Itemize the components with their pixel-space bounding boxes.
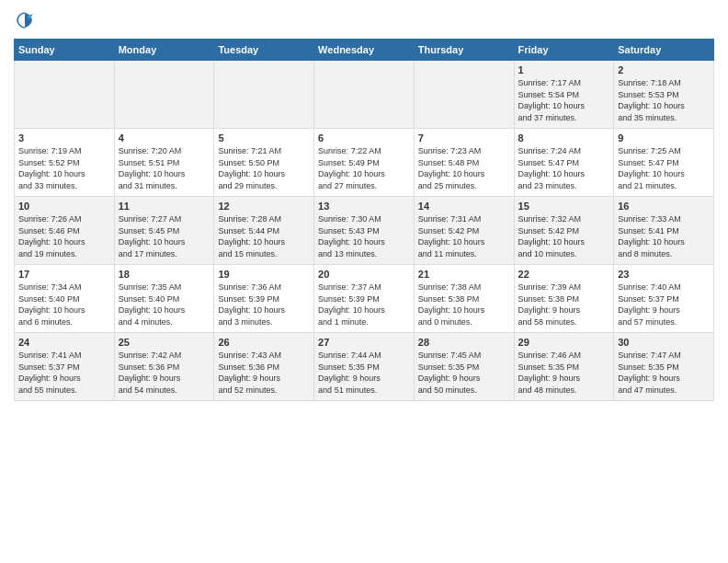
- day-info: Sunrise: 7:33 AM Sunset: 5:41 PM Dayligh…: [618, 213, 710, 259]
- calendar-cell: 2Sunrise: 7:18 AM Sunset: 5:53 PM Daylig…: [614, 61, 714, 129]
- header-day-friday: Friday: [514, 40, 614, 61]
- day-info: Sunrise: 7:23 AM Sunset: 5:48 PM Dayligh…: [418, 145, 510, 191]
- day-info: Sunrise: 7:21 AM Sunset: 5:50 PM Dayligh…: [218, 145, 310, 191]
- day-number: 4: [119, 132, 210, 144]
- calendar-cell: 8Sunrise: 7:24 AM Sunset: 5:47 PM Daylig…: [514, 129, 614, 197]
- day-number: 3: [18, 132, 110, 144]
- day-info: Sunrise: 7:17 AM Sunset: 5:54 PM Dayligh…: [518, 77, 610, 123]
- calendar-cell: 12Sunrise: 7:28 AM Sunset: 5:44 PM Dayli…: [214, 197, 314, 265]
- day-info: Sunrise: 7:24 AM Sunset: 5:47 PM Dayligh…: [518, 145, 610, 191]
- calendar-cell: 9Sunrise: 7:25 AM Sunset: 5:47 PM Daylig…: [614, 129, 714, 197]
- calendar-cell: 20Sunrise: 7:37 AM Sunset: 5:39 PM Dayli…: [314, 265, 415, 333]
- calendar-cell: [314, 61, 415, 129]
- day-info: Sunrise: 7:46 AM Sunset: 5:35 PM Dayligh…: [518, 350, 610, 396]
- day-number: 10: [18, 201, 110, 212]
- calendar-cell: 27Sunrise: 7:44 AM Sunset: 5:35 PM Dayli…: [314, 333, 415, 401]
- day-number: 7: [418, 132, 510, 144]
- day-info: Sunrise: 7:47 AM Sunset: 5:35 PM Dayligh…: [618, 350, 710, 396]
- day-info: Sunrise: 7:38 AM Sunset: 5:38 PM Dayligh…: [418, 282, 510, 327]
- day-number: 11: [119, 201, 210, 212]
- day-info: Sunrise: 7:44 AM Sunset: 5:35 PM Dayligh…: [318, 350, 410, 396]
- header-day-saturday: Saturday: [614, 40, 714, 61]
- calendar-week-row: 3Sunrise: 7:19 AM Sunset: 5:52 PM Daylig…: [15, 129, 714, 197]
- day-number: 29: [518, 337, 610, 348]
- day-number: 30: [618, 337, 710, 348]
- calendar-cell: 25Sunrise: 7:42 AM Sunset: 5:36 PM Dayli…: [114, 333, 214, 401]
- day-info: Sunrise: 7:32 AM Sunset: 5:42 PM Dayligh…: [518, 213, 610, 259]
- calendar-cell: 4Sunrise: 7:20 AM Sunset: 5:51 PM Daylig…: [114, 129, 214, 197]
- day-info: Sunrise: 7:34 AM Sunset: 5:40 PM Dayligh…: [18, 282, 110, 327]
- day-info: Sunrise: 7:40 AM Sunset: 5:37 PM Dayligh…: [618, 282, 710, 327]
- calendar-cell: [114, 61, 214, 129]
- calendar-cell: 29Sunrise: 7:46 AM Sunset: 5:35 PM Dayli…: [514, 333, 614, 401]
- day-info: Sunrise: 7:45 AM Sunset: 5:35 PM Dayligh…: [418, 350, 510, 396]
- day-info: Sunrise: 7:37 AM Sunset: 5:39 PM Dayligh…: [318, 282, 410, 327]
- day-info: Sunrise: 7:25 AM Sunset: 5:47 PM Dayligh…: [618, 145, 710, 191]
- calendar-week-row: 1Sunrise: 7:17 AM Sunset: 5:54 PM Daylig…: [15, 61, 714, 129]
- day-number: 5: [218, 132, 310, 144]
- calendar-week-row: 24Sunrise: 7:41 AM Sunset: 5:37 PM Dayli…: [15, 333, 714, 401]
- day-number: 22: [518, 269, 610, 280]
- day-number: 17: [18, 269, 110, 280]
- calendar-cell: 30Sunrise: 7:47 AM Sunset: 5:35 PM Dayli…: [614, 333, 714, 401]
- day-number: 15: [518, 201, 610, 212]
- calendar-cell: 23Sunrise: 7:40 AM Sunset: 5:37 PM Dayli…: [614, 265, 714, 333]
- calendar-cell: 14Sunrise: 7:31 AM Sunset: 5:42 PM Dayli…: [414, 197, 514, 265]
- calendar-cell: 11Sunrise: 7:27 AM Sunset: 5:45 PM Dayli…: [114, 197, 214, 265]
- calendar-header-row: SundayMondayTuesdayWednesdayThursdayFrid…: [15, 40, 714, 61]
- day-number: 28: [418, 337, 510, 348]
- day-number: 13: [318, 201, 410, 212]
- calendar-week-row: 10Sunrise: 7:26 AM Sunset: 5:46 PM Dayli…: [15, 197, 714, 265]
- day-info: Sunrise: 7:36 AM Sunset: 5:39 PM Dayligh…: [218, 282, 310, 327]
- logo-icon: [14, 9, 36, 31]
- day-number: 14: [418, 201, 510, 212]
- header-day-thursday: Thursday: [414, 40, 514, 61]
- day-info: Sunrise: 7:30 AM Sunset: 5:43 PM Dayligh…: [318, 213, 410, 259]
- calendar-cell: 1Sunrise: 7:17 AM Sunset: 5:54 PM Daylig…: [514, 61, 614, 129]
- day-info: Sunrise: 7:39 AM Sunset: 5:38 PM Dayligh…: [518, 282, 610, 327]
- header: [14, 9, 714, 31]
- calendar-week-row: 17Sunrise: 7:34 AM Sunset: 5:40 PM Dayli…: [15, 265, 714, 333]
- calendar-cell: 24Sunrise: 7:41 AM Sunset: 5:37 PM Dayli…: [15, 333, 115, 401]
- calendar-cell: 22Sunrise: 7:39 AM Sunset: 5:38 PM Dayli…: [514, 265, 614, 333]
- day-number: 21: [418, 269, 510, 280]
- calendar-cell: 7Sunrise: 7:23 AM Sunset: 5:48 PM Daylig…: [414, 129, 514, 197]
- calendar-cell: 18Sunrise: 7:35 AM Sunset: 5:40 PM Dayli…: [114, 265, 214, 333]
- header-day-sunday: Sunday: [15, 40, 115, 61]
- calendar-table: SundayMondayTuesdayWednesdayThursdayFrid…: [14, 39, 714, 401]
- day-info: Sunrise: 7:18 AM Sunset: 5:53 PM Dayligh…: [618, 77, 710, 123]
- day-info: Sunrise: 7:42 AM Sunset: 5:36 PM Dayligh…: [119, 350, 210, 396]
- day-number: 6: [318, 132, 410, 144]
- day-number: 8: [518, 132, 610, 144]
- calendar-cell: 5Sunrise: 7:21 AM Sunset: 5:50 PM Daylig…: [214, 129, 314, 197]
- calendar-cell: 17Sunrise: 7:34 AM Sunset: 5:40 PM Dayli…: [15, 265, 115, 333]
- day-number: 25: [119, 337, 210, 348]
- day-info: Sunrise: 7:41 AM Sunset: 5:37 PM Dayligh…: [18, 350, 110, 396]
- day-number: 12: [218, 201, 310, 212]
- calendar-cell: 26Sunrise: 7:43 AM Sunset: 5:36 PM Dayli…: [214, 333, 314, 401]
- calendar-cell: 3Sunrise: 7:19 AM Sunset: 5:52 PM Daylig…: [15, 129, 115, 197]
- calendar-cell: [414, 61, 514, 129]
- calendar-cell: 15Sunrise: 7:32 AM Sunset: 5:42 PM Dayli…: [514, 197, 614, 265]
- day-number: 19: [218, 269, 310, 280]
- day-number: 16: [618, 201, 710, 212]
- header-day-wednesday: Wednesday: [314, 40, 415, 61]
- day-number: 1: [518, 64, 610, 75]
- day-info: Sunrise: 7:26 AM Sunset: 5:46 PM Dayligh…: [18, 213, 110, 259]
- calendar-cell: 21Sunrise: 7:38 AM Sunset: 5:38 PM Dayli…: [414, 265, 514, 333]
- calendar-cell: 19Sunrise: 7:36 AM Sunset: 5:39 PM Dayli…: [214, 265, 314, 333]
- calendar-cell: 13Sunrise: 7:30 AM Sunset: 5:43 PM Dayli…: [314, 197, 415, 265]
- day-info: Sunrise: 7:31 AM Sunset: 5:42 PM Dayligh…: [418, 213, 510, 259]
- day-number: 27: [318, 337, 410, 348]
- day-number: 9: [618, 132, 710, 144]
- calendar-cell: 6Sunrise: 7:22 AM Sunset: 5:49 PM Daylig…: [314, 129, 415, 197]
- day-info: Sunrise: 7:43 AM Sunset: 5:36 PM Dayligh…: [218, 350, 310, 396]
- calendar-cell: [214, 61, 314, 129]
- day-number: 20: [318, 269, 410, 280]
- day-info: Sunrise: 7:35 AM Sunset: 5:40 PM Dayligh…: [119, 282, 210, 327]
- day-info: Sunrise: 7:20 AM Sunset: 5:51 PM Dayligh…: [119, 145, 210, 191]
- day-number: 18: [119, 269, 210, 280]
- day-info: Sunrise: 7:22 AM Sunset: 5:49 PM Dayligh…: [318, 145, 410, 191]
- day-number: 23: [618, 269, 710, 280]
- day-info: Sunrise: 7:27 AM Sunset: 5:45 PM Dayligh…: [119, 213, 210, 259]
